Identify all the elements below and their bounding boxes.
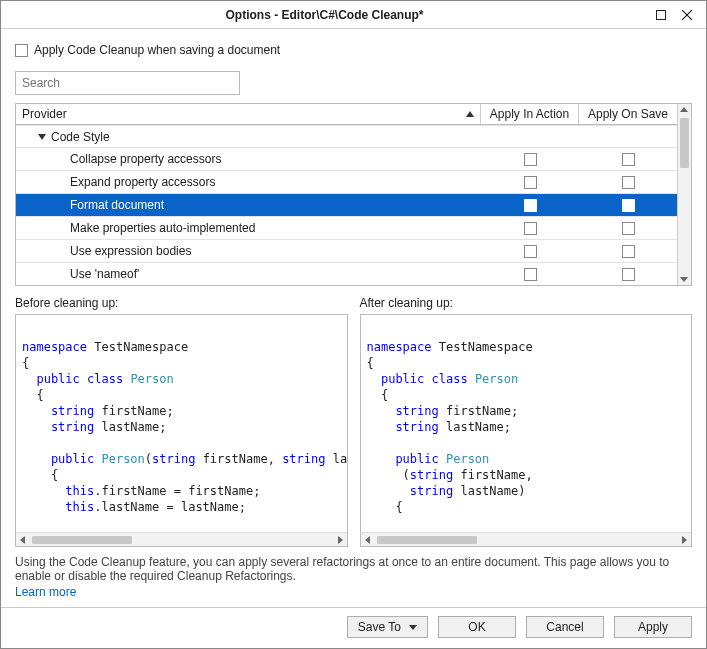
content: Apply Code Cleanup when saving a documen…	[1, 29, 706, 607]
apply-button[interactable]: Apply	[614, 616, 692, 638]
before-codebox[interactable]: namespace TestNamespace { public class P…	[15, 314, 348, 547]
chevron-down-icon	[409, 625, 417, 630]
col-header-provider-label: Provider	[22, 107, 67, 121]
after-preview: After cleaning up: namespace TestNamespa…	[360, 296, 693, 547]
row-label: Use 'nameof'	[70, 267, 139, 281]
after-hscroll[interactable]	[361, 532, 692, 546]
apply-on-save-checkbox[interactable]	[622, 222, 635, 235]
apply-in-action-checkbox[interactable]	[524, 153, 537, 166]
scroll-down-icon	[680, 277, 688, 282]
learn-more-link[interactable]: Learn more	[15, 585, 692, 599]
apply-on-save-checkbox[interactable]	[622, 199, 635, 212]
scroll-left-icon	[365, 536, 370, 544]
footer: Save To OK Cancel Apply	[1, 607, 706, 648]
provider-table: Provider Apply In Action Apply On Save C…	[15, 103, 692, 286]
apply-in-action-checkbox[interactable]	[524, 199, 537, 212]
before-preview: Before cleaning up: namespace TestNamesp…	[15, 296, 348, 547]
cancel-button[interactable]: Cancel	[526, 616, 604, 638]
col-header-provider[interactable]: Provider	[16, 104, 481, 124]
apply-in-action-checkbox[interactable]	[524, 245, 537, 258]
apply-in-action-checkbox[interactable]	[524, 176, 537, 189]
table-header: Provider Apply In Action Apply On Save	[16, 104, 677, 125]
table-row[interactable]: Expand property accessors	[16, 170, 677, 193]
apply-in-action-checkbox[interactable]	[524, 222, 537, 235]
scroll-right-icon	[682, 536, 687, 544]
sort-asc-icon	[466, 111, 474, 117]
titlebar: Options - Editor\C#\Code Cleanup*	[1, 1, 706, 29]
group-row-code-style[interactable]: Code Style	[16, 125, 677, 147]
col-header-apply-in-action[interactable]: Apply In Action	[481, 104, 579, 124]
apply-on-save-checkbox[interactable]	[622, 176, 635, 189]
table-row[interactable]: Use expression bodies	[16, 239, 677, 262]
apply-on-save-checkbox[interactable]	[622, 245, 635, 258]
scroll-thumb[interactable]	[32, 536, 132, 544]
apply-on-save-option[interactable]: Apply Code Cleanup when saving a documen…	[15, 43, 692, 57]
table-row[interactable]: Collapse property accessors	[16, 147, 677, 170]
apply-on-save-checkbox[interactable]	[15, 44, 28, 57]
scroll-up-icon	[680, 107, 688, 112]
scroll-thumb[interactable]	[680, 118, 689, 168]
after-title: After cleaning up:	[360, 296, 693, 310]
after-codebox[interactable]: namespace TestNamespace { public class P…	[360, 314, 693, 547]
svg-rect-0	[657, 10, 666, 19]
window-title: Options - Editor\C#\Code Cleanup*	[1, 8, 648, 22]
apply-on-save-checkbox[interactable]	[622, 268, 635, 281]
table-scrollbar[interactable]	[677, 104, 691, 285]
close-button[interactable]	[674, 4, 700, 26]
row-label: Use expression bodies	[70, 244, 191, 258]
table-row[interactable]: Use 'nameof'	[16, 262, 677, 285]
col-header-apply-on-save[interactable]: Apply On Save	[579, 104, 677, 124]
apply-on-save-label: Apply Code Cleanup when saving a documen…	[34, 43, 280, 57]
save-to-button[interactable]: Save To	[347, 616, 428, 638]
maximize-icon	[656, 10, 666, 20]
row-label: Format document	[70, 198, 164, 212]
ok-button[interactable]: OK	[438, 616, 516, 638]
group-label: Code Style	[51, 130, 110, 144]
before-title: Before cleaning up:	[15, 296, 348, 310]
apply-in-action-checkbox[interactable]	[524, 268, 537, 281]
scroll-thumb[interactable]	[377, 536, 477, 544]
scroll-left-icon	[20, 536, 25, 544]
chevron-down-icon	[38, 134, 46, 140]
row-label: Expand property accessors	[70, 175, 215, 189]
scroll-right-icon	[338, 536, 343, 544]
before-hscroll[interactable]	[16, 532, 347, 546]
close-icon	[682, 10, 692, 20]
preview-row: Before cleaning up: namespace TestNamesp…	[15, 296, 692, 547]
table-row[interactable]: Make properties auto-implemented	[16, 216, 677, 239]
maximize-button[interactable]	[648, 4, 674, 26]
apply-on-save-checkbox[interactable]	[622, 153, 635, 166]
row-label: Collapse property accessors	[70, 152, 221, 166]
search-input[interactable]	[15, 71, 240, 95]
table-row[interactable]: Format document	[16, 193, 677, 216]
description-text: Using the Code Cleanup feature, you can …	[15, 555, 692, 583]
row-label: Make properties auto-implemented	[70, 221, 255, 235]
